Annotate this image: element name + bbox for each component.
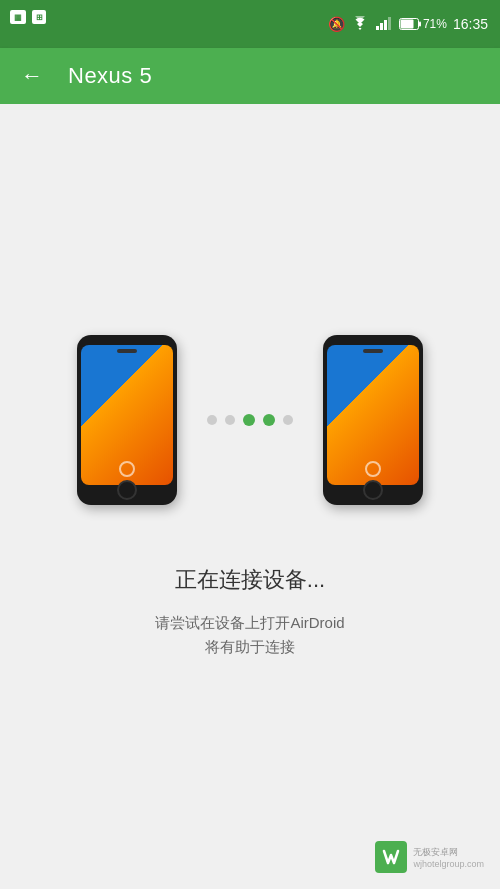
hint-text: 请尝试在设备上打开AirDroid 将有助于连接 xyxy=(155,611,344,659)
dot-3 xyxy=(243,414,255,426)
right-phone-home xyxy=(365,461,381,477)
svg-rect-3 xyxy=(388,17,391,30)
wifi-icon xyxy=(351,16,369,33)
svg-rect-2 xyxy=(384,20,387,30)
left-phone-home xyxy=(119,461,135,477)
right-phone-screen xyxy=(327,345,419,485)
back-button[interactable]: ← xyxy=(16,60,48,92)
dot-2 xyxy=(225,415,235,425)
dot-1 xyxy=(207,415,217,425)
dot-5 xyxy=(283,415,293,425)
status-section: 正在连接设备... 请尝试在设备上打开AirDroid 将有助于连接 xyxy=(155,565,344,659)
watermark: 无极安卓网 wjhotelgroup.com xyxy=(375,841,484,873)
hint-line-2: 将有助于连接 xyxy=(205,638,295,655)
status-bar: ▦ ⊞ 🔕 xyxy=(0,0,500,48)
svg-rect-6 xyxy=(419,22,421,27)
phones-container xyxy=(77,335,423,505)
svg-rect-1 xyxy=(380,23,383,30)
watermark-logo xyxy=(375,841,407,873)
connecting-label: 正在连接设备... xyxy=(155,565,344,595)
toolbar-title: Nexus 5 xyxy=(68,63,152,89)
connection-dots xyxy=(207,414,293,426)
svg-rect-5 xyxy=(400,20,413,29)
svg-rect-0 xyxy=(376,26,379,30)
hint-line-1: 请尝试在设备上打开AirDroid xyxy=(155,614,344,631)
time-display: 16:35 xyxy=(453,16,488,32)
battery-icon: 71% xyxy=(399,17,447,31)
watermark-site1: 无极安卓网 xyxy=(413,846,484,859)
watermark-text: 无极安卓网 wjhotelgroup.com xyxy=(413,846,484,869)
right-phone-button xyxy=(363,480,383,500)
dot-4 xyxy=(263,414,275,426)
main-content: 正在连接设备... 请尝试在设备上打开AirDroid 将有助于连接 无极安卓网… xyxy=(0,104,500,889)
left-phone-button xyxy=(117,480,137,500)
left-phone-screen xyxy=(81,345,173,485)
battery-percent: 71% xyxy=(423,17,447,31)
sim-icon: ▦ xyxy=(10,10,26,24)
volume-icon: 🔕 xyxy=(328,16,345,32)
status-bar-right-icons: 🔕 71% xyxy=(328,16,488,33)
toolbar: ← Nexus 5 xyxy=(0,48,500,104)
right-phone xyxy=(323,335,423,505)
left-phone xyxy=(77,335,177,505)
notification-icon: ⊞ xyxy=(32,10,46,24)
signal-icon xyxy=(375,16,393,32)
watermark-site2: wjhotelgroup.com xyxy=(413,859,484,869)
status-bar-left-icons: ▦ ⊞ xyxy=(10,10,46,24)
